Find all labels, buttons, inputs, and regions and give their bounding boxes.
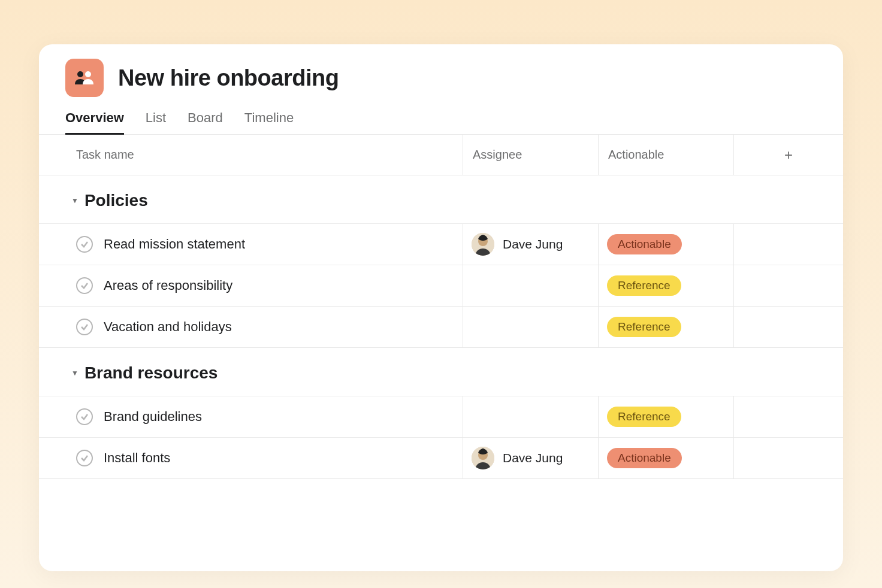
actionable-cell[interactable]: Reference — [598, 265, 733, 306]
task-name-cell: Read mission statement — [39, 224, 463, 265]
column-header-actionable[interactable]: Actionable — [598, 135, 733, 175]
task-name-label: Brand guidelines — [104, 409, 202, 425]
assignee-cell[interactable]: Dave Jung — [463, 224, 598, 265]
caret-down-icon[interactable]: ▼ — [71, 369, 78, 377]
assignee-cell[interactable]: Dave Jung — [463, 438, 598, 478]
section-header[interactable]: ▼Policies — [39, 175, 843, 224]
caret-down-icon[interactable]: ▼ — [71, 196, 78, 205]
tab-list[interactable]: List — [146, 110, 166, 135]
avatar — [472, 447, 494, 469]
tab-timeline[interactable]: Timeline — [244, 110, 294, 135]
complete-check-icon[interactable] — [76, 408, 93, 425]
task-name-label: Vacation and holidays — [104, 319, 232, 335]
tabs: OverviewListBoardTimeline — [39, 97, 843, 135]
column-header-assignee[interactable]: Assignee — [463, 135, 598, 175]
section-title: Brand resources — [84, 363, 218, 383]
actionable-cell[interactable]: Reference — [598, 307, 733, 347]
column-header-task-name[interactable]: Task name — [39, 135, 463, 175]
tab-overview[interactable]: Overview — [65, 110, 124, 135]
columns-header: Task name Assignee Actionable + — [39, 134, 843, 175]
project-window: New hire onboarding OverviewListBoardTim… — [39, 44, 843, 571]
task-name-cell: Brand guidelines — [39, 396, 463, 437]
assignee-name: Dave Jung — [503, 237, 563, 251]
extra-cell — [733, 396, 843, 437]
section-title: Policies — [84, 191, 148, 210]
complete-check-icon[interactable] — [76, 319, 93, 335]
tag-reference: Reference — [607, 317, 681, 337]
task-row[interactable]: Brand guidelinesReference — [39, 396, 843, 438]
task-name-cell: Vacation and holidays — [39, 307, 463, 347]
svg-point-1 — [85, 71, 91, 77]
task-row[interactable]: Install fontsDave JungActionable — [39, 438, 843, 479]
complete-check-icon[interactable] — [76, 236, 93, 253]
tag-actionable: Actionable — [607, 448, 682, 468]
extra-cell — [733, 438, 843, 478]
tag-actionable: Actionable — [607, 234, 682, 254]
avatar — [472, 233, 494, 256]
extra-cell — [733, 265, 843, 306]
task-name-label: Areas of responsibility — [104, 278, 232, 293]
project-header: New hire onboarding — [39, 44, 843, 97]
extra-cell — [733, 307, 843, 347]
task-name-cell: Areas of responsibility — [39, 265, 463, 306]
actionable-cell[interactable]: Actionable — [598, 438, 733, 478]
section-header[interactable]: ▼Brand resources — [39, 348, 843, 396]
tag-reference: Reference — [607, 407, 681, 427]
people-icon — [74, 69, 95, 86]
tag-reference: Reference — [607, 275, 681, 296]
task-row[interactable]: Vacation and holidaysReference — [39, 307, 843, 348]
assignee-name: Dave Jung — [503, 451, 563, 465]
task-row[interactable]: Areas of responsibilityReference — [39, 265, 843, 307]
actionable-cell[interactable]: Actionable — [598, 224, 733, 265]
add-column-button[interactable]: + — [733, 135, 843, 175]
task-name-label: Read mission statement — [104, 237, 245, 252]
assignee-cell[interactable] — [463, 265, 598, 306]
project-icon — [65, 59, 104, 97]
task-name-label: Install fonts — [104, 450, 170, 466]
project-title: New hire onboarding — [118, 65, 339, 91]
task-row[interactable]: Read mission statementDave JungActionabl… — [39, 224, 843, 265]
complete-check-icon[interactable] — [76, 277, 93, 294]
assignee-cell[interactable] — [463, 396, 598, 437]
assignee-cell[interactable] — [463, 307, 598, 347]
tab-board[interactable]: Board — [188, 110, 223, 135]
actionable-cell[interactable]: Reference — [598, 396, 733, 437]
svg-point-0 — [77, 71, 83, 77]
task-list: ▼PoliciesRead mission statementDave Jung… — [39, 175, 843, 479]
complete-check-icon[interactable] — [76, 450, 93, 466]
extra-cell — [733, 224, 843, 265]
task-name-cell: Install fonts — [39, 438, 463, 478]
